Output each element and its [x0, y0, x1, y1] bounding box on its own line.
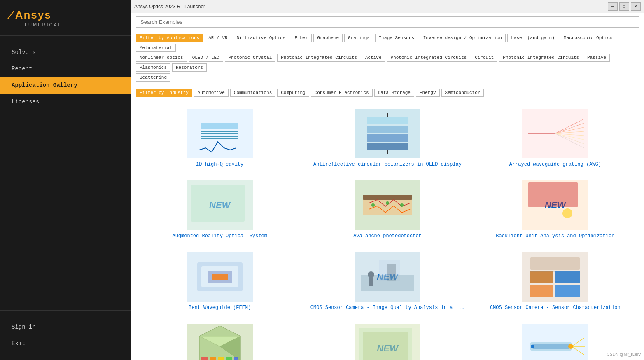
logo-container: ∕ Ansys: [10, 8, 121, 21]
filter-tag-scattering[interactable]: Scattering: [136, 73, 170, 82]
filter-tag-pic-passive[interactable]: Photonic Integrated Circuits – Passive: [499, 54, 610, 62]
sidebar-item-recent[interactable]: Recent: [0, 61, 131, 77]
filter-industry-section: Filter by Industry Automotive Communicat…: [131, 86, 644, 101]
filter-tag-computing[interactable]: Computing: [277, 89, 309, 97]
filter-tag-resonators[interactable]: Resonators: [172, 63, 207, 72]
search-input[interactable]: [136, 16, 639, 28]
gallery-container: 1D high-Q cavity Antireflective c: [131, 101, 644, 360]
gallery-thumb-antirefl: [355, 109, 420, 158]
filter-applications-section: Filter by Applications AR / VR Diffracti…: [131, 31, 644, 86]
filter-tag-image-sensors[interactable]: Image Sensors: [375, 34, 418, 42]
svg-rect-54: [234, 357, 238, 360]
svg-rect-4: [201, 138, 238, 139]
close-button[interactable]: ✕: [631, 2, 641, 11]
filter-tag-pic-circuit[interactable]: Photonic Integrated Circuits – Circuit: [387, 54, 498, 62]
filter-tag-photonic-crystal[interactable]: Photonic Crystal: [225, 54, 276, 62]
maximize-button[interactable]: □: [619, 2, 629, 11]
gallery-item-cmos1[interactable]: NEW CMOS Sensor Camera - Image Quality A…: [307, 249, 468, 314]
svg-point-26: [386, 201, 389, 205]
svg-rect-8: [367, 134, 408, 142]
logo-text: Ansys: [15, 9, 51, 21]
svg-point-30: [562, 208, 572, 218]
gallery-item-ar-optical[interactable]: NEW Augmented Reality Optical System: [139, 177, 300, 242]
svg-point-63: [531, 345, 534, 348]
filter-tag-consumer-electronics[interactable]: Consumer Electronics: [311, 89, 373, 97]
minimize-button[interactable]: ─: [608, 2, 618, 11]
filter-applications-row2: Nonlinear optics OLED / LED Photonic Cry…: [136, 54, 639, 72]
svg-point-62: [568, 344, 573, 349]
filter-tag-macroscopic[interactable]: Macroscopic Optics: [560, 34, 616, 42]
sidebar-item-licenses[interactable]: Licenses: [0, 94, 131, 110]
gallery-title-avalanche: Avalanche photodetector: [353, 233, 422, 239]
svg-line-20: [555, 133, 584, 148]
title-bar-controls: ─ □ ✕: [608, 2, 641, 11]
gallery-item-backlight[interactable]: NEW Backlight Unit Analysis and Optimiza…: [475, 177, 636, 242]
logo-subtext: LUMERICAL: [10, 22, 121, 27]
filter-applications-label[interactable]: Filter by Applications: [136, 34, 203, 42]
gallery-title-1d-cavity: 1D high-Q cavity: [196, 161, 243, 167]
sidebar-footer: Sign in Exit: [0, 310, 131, 360]
gallery-item-1d-cavity[interactable]: 1D high-Q cavity: [139, 105, 300, 171]
filter-tag-graphene[interactable]: Graphene: [313, 34, 343, 42]
filter-tag-gratings[interactable]: Gratings: [344, 34, 373, 42]
gallery-thumb-backlight: NEW: [522, 180, 588, 230]
filter-tag-metamaterial[interactable]: Metamaterial: [136, 44, 176, 52]
gallery-item-bent-wg[interactable]: Bent Waveguide (FEEM): [139, 249, 300, 314]
gallery-title-cmos2: CMOS Sensor Camera - Sensor Characteriza…: [490, 305, 621, 311]
gallery-thumb-row4-3: [522, 324, 588, 360]
logo-icon: ∕: [10, 8, 12, 21]
filter-tag-energy[interactable]: Energy: [416, 89, 440, 97]
gallery-title-bent-wg: Bent Waveguide (FEEM): [189, 305, 251, 311]
sidebar-item-sign-in[interactable]: Sign in: [0, 319, 131, 335]
svg-rect-44: [555, 285, 580, 297]
gallery-thumb-row4-1: [187, 324, 253, 360]
svg-rect-2: [201, 133, 238, 134]
gallery-item-awg[interactable]: Arrayed waveguide grating (AWG): [475, 105, 636, 171]
gallery-thumb-cmos1: NEW: [355, 252, 420, 302]
filter-tag-laser[interactable]: Laser (and gain): [507, 34, 558, 42]
gallery-title-backlight: Backlight Unit Analysis and Optimization: [496, 233, 614, 239]
svg-rect-42: [555, 271, 580, 283]
svg-rect-39: [369, 278, 373, 286]
gallery-item-antireflective[interactable]: Antireflective circular polarizers in OL…: [307, 105, 468, 171]
filter-tag-inverse-design[interactable]: Inverse design / Optimization: [420, 34, 506, 42]
filter-tag-communications[interactable]: Communications: [230, 89, 275, 97]
svg-rect-40: [530, 257, 580, 270]
filter-tag-data-storage[interactable]: Data Storage: [374, 89, 414, 97]
svg-rect-58: [532, 344, 569, 349]
gallery-title-awg: Arrayed waveguide grating (AWG): [509, 161, 601, 167]
filter-tag-diffractive[interactable]: Diffractive Optics: [233, 34, 289, 42]
filter-industry-row: Filter by Industry Automotive Communicat…: [136, 89, 639, 97]
gallery-thumb-ar-optical: NEW: [187, 180, 253, 230]
gallery-item-avalanche[interactable]: Avalanche photodetector: [307, 177, 468, 242]
filter-tag-nonlinear[interactable]: Nonlinear optics: [136, 54, 187, 62]
svg-rect-50: [201, 357, 208, 360]
svg-rect-56: [363, 332, 408, 360]
gallery-item-row4-2[interactable]: NEW: [307, 320, 468, 360]
svg-line-61: [572, 346, 584, 355]
filter-tag-automotive[interactable]: Automotive: [194, 89, 229, 97]
svg-point-38: [368, 271, 374, 278]
svg-rect-41: [530, 271, 553, 283]
filter-tag-plasmonics[interactable]: Plasmonics: [136, 63, 170, 72]
filter-tag-ar-vr[interactable]: AR / VR: [205, 34, 231, 42]
gallery-thumb-awg: [522, 109, 588, 158]
svg-rect-28: [528, 182, 578, 207]
svg-rect-9: [367, 143, 408, 150]
sidebar-item-application-gallery[interactable]: Application Gallery: [0, 77, 131, 94]
gallery-thumb-1d-cavity: [187, 109, 253, 158]
filter-tag-fiber[interactable]: Fiber: [291, 34, 312, 42]
filter-tag-semiconductor[interactable]: Semiconductor: [441, 89, 484, 97]
gallery-item-cmos2[interactable]: CMOS Sensor Camera - Sensor Characteriza…: [475, 249, 636, 314]
filter-tag-oled[interactable]: OLED / LED: [189, 54, 223, 62]
filter-industry-label[interactable]: Filter by Industry: [136, 89, 192, 97]
sidebar-item-exit[interactable]: Exit: [0, 335, 131, 352]
sidebar: ∕ Ansys LUMERICAL Solvers Recent Applica…: [0, 0, 131, 360]
sidebar-item-solvers[interactable]: Solvers: [0, 44, 131, 61]
filter-tag-pic-active[interactable]: Photonic Integrated Circuits – Active: [277, 54, 385, 62]
filter-applications-row3: Scattering: [136, 73, 639, 82]
svg-rect-1: [201, 131, 238, 132]
gallery-item-row4-1[interactable]: [139, 320, 300, 360]
search-bar: [131, 13, 644, 31]
gallery-title-cmos1: CMOS Sensor Camera - Image Quality Analy…: [310, 305, 464, 311]
